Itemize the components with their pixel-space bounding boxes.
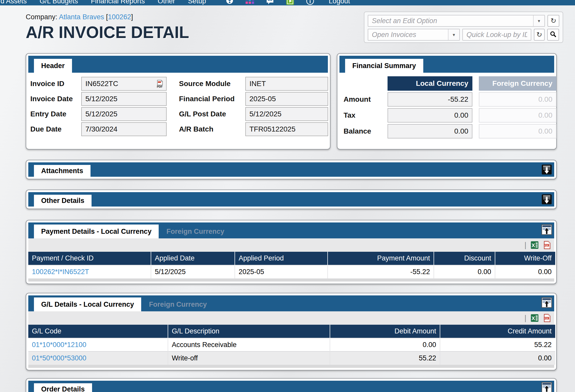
gl-code-link[interactable]: 01*10*000*12100 — [32, 341, 86, 349]
expand-section-button[interactable] — [541, 164, 552, 175]
edit-option-select[interactable]: Select an Edit Option ▼ — [368, 15, 545, 27]
col-credit-amount[interactable]: Credit Amount — [440, 325, 555, 338]
chevron-down-icon[interactable]: ▼ — [533, 15, 544, 26]
tab-attachments[interactable]: Attachments — [34, 165, 91, 177]
other-details-panel: Other Details — [26, 190, 557, 209]
tab-payment-details-local[interactable]: Payment Details - Local Currency — [34, 225, 159, 238]
tab-financial-summary[interactable]: Financial Summary — [345, 59, 423, 73]
col-applied-date[interactable]: Applied Date — [151, 252, 235, 265]
quick-search-box: Select an Edit Option ▼ ↻ Open Invoices … — [364, 12, 563, 43]
nav-item-other[interactable]: Other — [158, 0, 175, 5]
gl-details-panel: G/L Details - Local Currency Foreign Cur… — [26, 293, 557, 370]
col-debit-amount[interactable]: Debit Amount — [330, 325, 440, 338]
payment-export-toolbar: | X PDF — [28, 238, 554, 252]
quick-lookup-input[interactable] — [462, 29, 531, 41]
col-applied-period[interactable]: Applied Period — [235, 252, 328, 265]
video-tutorial-icon[interactable] — [286, 0, 294, 5]
ar-batch-field: TFR05122025 — [245, 122, 328, 136]
col-payment-amount[interactable]: Payment Amount — [328, 252, 434, 265]
svg-text:PDF: PDF — [544, 317, 549, 320]
tab-gl-details-local[interactable]: G/L Details - Local Currency — [34, 297, 141, 311]
gl-table: G/L Code G/L Description Debit Amount Cr… — [28, 325, 555, 365]
toolbar-separator: | — [524, 241, 526, 249]
fs-label-amount: Amount — [344, 92, 381, 107]
nav-item-setup[interactable]: Setup — [188, 0, 206, 5]
payment-table-header-row: Payment / Check ID Applied Date Applied … — [28, 252, 555, 265]
payment-details-panel: Payment Details - Local Currency Foreign… — [26, 220, 557, 284]
payment-table-row: 100262*I*IN6522T 5/12/2025 2025-05 -55.2… — [28, 265, 555, 278]
chat-icon[interactable] — [266, 0, 274, 5]
col-write-off[interactable]: Write-Off — [495, 252, 555, 265]
nav-item-assets[interactable]: d Assets — [1, 0, 27, 5]
tab-header[interactable]: Header — [34, 59, 72, 73]
col-gl-code[interactable]: G/L Code — [28, 325, 168, 338]
tax-foreign-value: 0.00 — [479, 108, 556, 123]
nav-item-financial-reports[interactable]: Financial Reports — [91, 0, 145, 5]
apps-grid-icon[interactable] — [246, 0, 254, 4]
attachments-panel: Attachments — [26, 160, 557, 179]
company-id-link[interactable]: 100262 — [108, 13, 131, 21]
gl-table-header-row: G/L Code G/L Description Debit Amount Cr… — [28, 325, 555, 338]
due-date-field: 7/30/2024 — [81, 122, 167, 136]
entry-date-value: 5/12/2025 — [85, 110, 118, 118]
col-payment-check-id[interactable]: Payment / Check ID — [28, 252, 151, 265]
target-icon[interactable] — [226, 0, 234, 5]
fs-label-tax: Tax — [344, 108, 381, 123]
refresh-icon: ↻ — [551, 17, 556, 25]
collapse-section-button[interactable] — [541, 224, 552, 235]
collapse-up-icon — [541, 297, 552, 308]
tab-gl-details-foreign[interactable]: Foreign Currency — [141, 297, 214, 311]
field-label-entry-date: Entry Date — [30, 107, 81, 121]
collapse-section-button[interactable] — [541, 382, 552, 392]
credit-amount-cell: 0.00 — [440, 351, 555, 365]
col-discount[interactable]: Discount — [434, 252, 495, 265]
financial-summary-bar: Financial Summary — [339, 56, 554, 73]
col-gl-description[interactable]: G/L Description — [168, 325, 330, 338]
field-label-invoice-id: Invoice ID — [30, 77, 81, 91]
expand-down-icon — [541, 194, 552, 205]
tab-payment-details-foreign[interactable]: Foreign Currency — [159, 225, 232, 238]
export-pdf-icon[interactable]: PDF — [543, 314, 551, 322]
search-button[interactable] — [547, 29, 559, 41]
field-label-financial-period: Financial Period — [167, 92, 245, 106]
payment-check-id-link[interactable]: 100262*I*IN6522T — [32, 268, 89, 276]
header-panel: Header Invoice ID IN6522TC PDF Sour — [26, 53, 330, 150]
nav-item-gl-budgets[interactable]: G/L Budgets — [40, 0, 78, 5]
info-icon[interactable] — [306, 0, 314, 5]
tab-order-details[interactable]: Order Details — [34, 383, 92, 392]
view-select[interactable]: Open Invoices ▼ — [368, 29, 460, 41]
gl-details-bar: G/L Details - Local Currency Foreign Cur… — [28, 295, 554, 311]
export-pdf-icon[interactable]: PDF — [543, 241, 551, 249]
company-name-link[interactable]: Atlanta Braves — [59, 13, 104, 21]
svg-text:X: X — [532, 315, 535, 321]
invoice-id-value: IN6522TC — [85, 80, 118, 88]
credit-amount-cell: 55.22 — [440, 338, 555, 351]
gl-code-link[interactable]: 01*50*000*53000 — [32, 354, 86, 362]
company-id-bracket-open: [ — [106, 13, 108, 21]
other-details-bar: Other Details — [28, 192, 554, 207]
amount-local-value: -55.22 — [388, 92, 472, 107]
panel-footer — [28, 365, 554, 368]
expand-section-button[interactable] — [541, 194, 552, 205]
attachments-bar: Attachments — [28, 162, 554, 177]
tab-other-details[interactable]: Other Details — [34, 195, 92, 207]
export-excel-icon[interactable]: X — [531, 314, 539, 322]
financial-period-value: 2025-05 — [249, 95, 276, 103]
lookup-go-button[interactable]: ↻ — [534, 29, 545, 41]
nav-item-logout[interactable]: Logout — [329, 0, 350, 5]
pdf-icon[interactable]: PDF — [155, 80, 164, 90]
collapse-section-button[interactable] — [541, 297, 552, 308]
top-nav: d Assets G/L Budgets Financial Reports O… — [0, 0, 575, 5]
tax-local-value: 0.00 — [388, 108, 472, 123]
edit-option-go-button[interactable]: ↻ — [547, 15, 559, 27]
export-excel-icon[interactable]: X — [531, 241, 539, 249]
chevron-down-icon[interactable]: ▼ — [448, 29, 459, 40]
company-id-bracket-close: ] — [131, 13, 133, 21]
payment-details-bar: Payment Details - Local Currency Foreign… — [28, 222, 554, 238]
financial-summary-panel: Financial Summary Local Currency Foreign… — [337, 53, 557, 150]
payment-table: Payment / Check ID Applied Date Applied … — [28, 252, 555, 278]
financial-period-field: 2025-05 — [245, 92, 328, 106]
gl-table-row: 01*10*000*12100 Accounts Receivable 0.00… — [28, 338, 555, 351]
invoice-date-field: 5/12/2025 — [81, 92, 167, 106]
gl-export-toolbar: | X PDF — [28, 311, 554, 325]
